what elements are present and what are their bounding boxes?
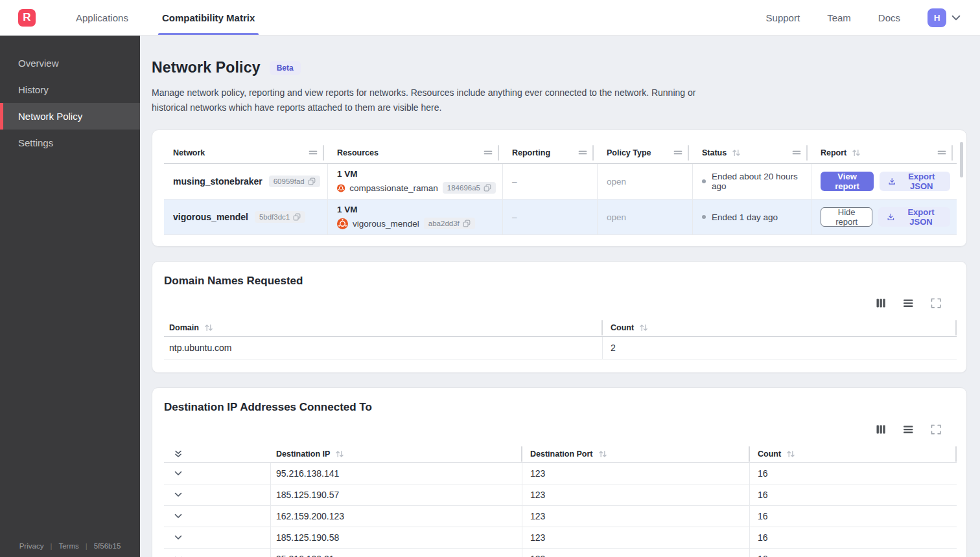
column-separator: [806, 145, 808, 161]
resource-id: 184696a5: [447, 184, 480, 192]
column-resize-handle-icon[interactable]: [792, 150, 801, 155]
sort-icon[interactable]: [732, 149, 741, 157]
ip-value: 185.125.190.58: [271, 527, 522, 548]
sort-icon[interactable]: [786, 450, 795, 458]
sidebar-footer: Privacy | Terms | 5f56b15: [0, 535, 140, 557]
sidebar-item-network-policy[interactable]: Network Policy: [0, 103, 140, 130]
domain-value: ntp.ubuntu.com: [164, 337, 603, 359]
expand-row-icon[interactable]: [173, 470, 183, 477]
table-scrollbar[interactable]: [960, 142, 963, 177]
copy-icon[interactable]: [463, 220, 471, 227]
sort-icon[interactable]: [852, 149, 861, 157]
main-content: Network Policy Beta Manage network polic…: [140, 36, 980, 557]
port-value: 123: [522, 463, 750, 484]
export-json-button[interactable]: Export JSON: [878, 207, 950, 227]
download-icon: [887, 212, 895, 222]
expand-row-icon[interactable]: [173, 534, 183, 541]
ips-card-title: Destination IP Addresses Connected To: [164, 401, 957, 414]
count-value: 16: [750, 484, 957, 505]
sort-icon[interactable]: [598, 450, 607, 458]
nav-tab-compatibility-matrix[interactable]: Compatibility Matrix: [145, 0, 272, 35]
expand-row-icon[interactable]: [173, 512, 183, 520]
hide-report-button[interactable]: Hide report: [821, 207, 872, 227]
column-resize-handle-icon[interactable]: [484, 150, 493, 155]
resource-name: compassionate_raman: [349, 183, 438, 193]
column-resize-handle-icon[interactable]: [673, 150, 682, 155]
col-header-destination-ip: Destination IP: [276, 449, 330, 459]
col-header-report: Report: [821, 148, 846, 157]
networks-table-header: Network Resources Reporting Policy Type …: [164, 142, 957, 164]
ubuntu-icon: [337, 183, 345, 194]
fullscreen-icon[interactable]: [929, 423, 942, 436]
networks-card: Network Resources Reporting Policy Type …: [152, 130, 967, 247]
nav-tab-applications[interactable]: Applications: [59, 0, 145, 35]
avatar-letter: H: [934, 13, 940, 23]
resource-name: vigorous_mendel: [353, 219, 419, 229]
port-value: 123: [522, 549, 750, 557]
policy-type-value: open: [607, 177, 686, 187]
app-logo[interactable]: R: [18, 9, 36, 27]
count-value: 2: [603, 337, 957, 359]
column-separator: [955, 446, 957, 462]
table-row[interactable]: 95.216.138.141 123 16: [164, 463, 957, 484]
nav-link-support[interactable]: Support: [766, 12, 800, 23]
sort-icon[interactable]: [639, 324, 648, 332]
port-value: 123: [522, 506, 750, 527]
column-resize-handle-icon[interactable]: [937, 150, 946, 155]
column-resize-handle-icon[interactable]: [578, 150, 587, 155]
col-header-resources: Resources: [337, 148, 379, 157]
table-row[interactable]: vigorous_mendel 5bdf3dc1 1 VM vigorous_m…: [164, 199, 957, 235]
sidebar-item-overview[interactable]: Overview: [0, 50, 140, 76]
column-separator: [955, 320, 957, 335]
domains-table-header: Domain Count: [164, 319, 957, 337]
ips-table-header: Destination IP Destination Port Count: [164, 445, 957, 463]
column-separator: [951, 145, 953, 161]
table-row[interactable]: ntp.ubuntu.com 2: [164, 337, 957, 359]
domains-table: Domain Count ntp.ubuntu.com 2: [164, 319, 957, 359]
table-row[interactable]: musing_stonebraker 60959fad 1 VM compass…: [164, 164, 957, 199]
row-density-icon[interactable]: [902, 297, 915, 310]
reporting-value: –: [512, 177, 590, 187]
copy-icon[interactable]: [484, 184, 491, 192]
download-icon: [888, 176, 896, 187]
sort-icon[interactable]: [204, 324, 213, 332]
copy-icon[interactable]: [293, 213, 301, 221]
port-value: 123: [522, 484, 750, 505]
ip-value: 95.216.138.141: [271, 463, 522, 484]
expand-row-icon[interactable]: [173, 491, 183, 499]
nav-link-team[interactable]: Team: [827, 12, 851, 23]
domain-card-toolbar: [164, 297, 957, 310]
nav-link-docs[interactable]: Docs: [878, 12, 900, 23]
chevron-down-icon[interactable]: [951, 15, 961, 21]
sidebar-item-history[interactable]: History: [0, 76, 140, 103]
table-row[interactable]: 185.125.190.57 123 16: [164, 484, 957, 506]
column-resize-handle-icon[interactable]: [309, 150, 318, 155]
sort-icon[interactable]: [335, 450, 344, 458]
fullscreen-icon[interactable]: [929, 297, 942, 310]
table-row[interactable]: 185.125.190.58 123 16: [164, 527, 957, 549]
sidebar-item-settings[interactable]: Settings: [0, 130, 140, 156]
col-header-network: Network: [173, 148, 205, 157]
columns-icon[interactable]: [874, 297, 887, 310]
privacy-link[interactable]: Privacy: [19, 542, 44, 550]
table-row[interactable]: 95.216.100.21 123 16: [164, 549, 957, 557]
col-header-policy-type: Policy Type: [607, 148, 651, 157]
ubuntu-icon: [337, 218, 348, 229]
expand-all-icon[interactable]: [173, 449, 183, 459]
page-title: Network Policy: [152, 59, 261, 76]
terms-link[interactable]: Terms: [58, 542, 78, 550]
network-id-badge: 5bdf3dc1: [255, 211, 305, 223]
export-json-button[interactable]: Export JSON: [880, 172, 950, 191]
columns-icon[interactable]: [874, 423, 887, 436]
view-report-button[interactable]: View report: [821, 172, 874, 191]
status-dot: [702, 215, 706, 219]
table-row[interactable]: 162.159.200.123 123 16: [164, 506, 957, 527]
resource-id-badge: 184696a5: [443, 182, 496, 194]
avatar[interactable]: H: [928, 8, 946, 27]
status-dot: [702, 179, 706, 183]
row-density-icon[interactable]: [902, 423, 915, 436]
copy-icon[interactable]: [308, 177, 316, 185]
user-menu[interactable]: H: [928, 8, 961, 27]
domain-card-title: Domain Names Requested: [164, 275, 957, 288]
col-header-destination-port: Destination Port: [530, 449, 593, 459]
